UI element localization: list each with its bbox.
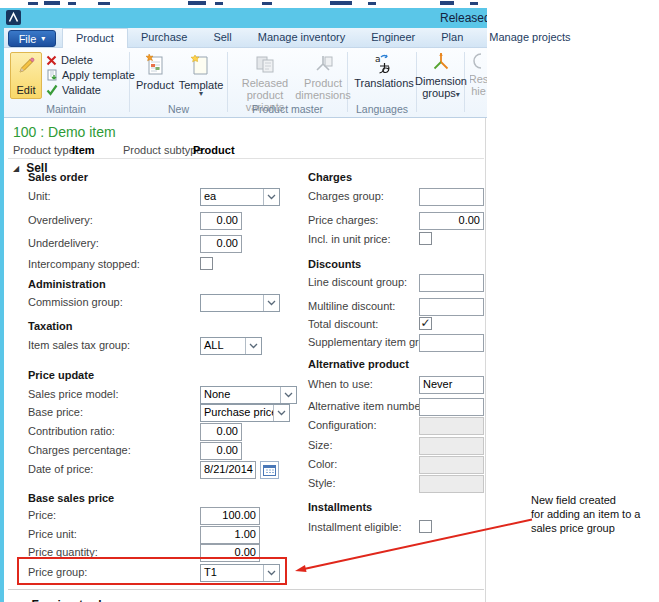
unit-value: ea [201,189,263,205]
translations-button[interactable]: a Translations [356,53,412,89]
tab-purchase[interactable]: Purchase [128,28,200,48]
installment-eligible-checkbox[interactable] [419,520,432,533]
group-label-new: New [130,103,227,116]
charges-percentage-field[interactable]: 0.00 [200,442,242,460]
configuration-label: Configuration: [308,419,377,431]
pencil-icon [16,56,36,76]
price-charges-field[interactable]: 0.00 [419,212,484,230]
commission-group-label: Commission group: [28,296,123,308]
commission-group-combobox[interactable] [200,294,280,312]
calendar-icon [263,464,276,476]
check-icon: ✓ [420,316,430,330]
new-product-button[interactable]: Product [134,53,176,91]
when-to-use-label: When to use: [308,378,373,390]
new-product-button-label: Product [136,79,174,91]
sales-price-model-combobox[interactable]: None [200,386,297,404]
apply-template-button-label: Apply template [62,69,135,81]
chevron-down-icon: ▾ [456,90,460,99]
product-type-value: Item [72,144,95,156]
item-sales-tax-group-combobox[interactable]: ALL [200,337,262,355]
date-picker-button[interactable] [260,461,279,479]
group-header-discounts: Discounts [308,258,361,270]
contribution-ratio-label: Contribution ratio: [28,425,115,437]
delete-button-label: Delete [61,54,93,66]
validate-check-icon [46,84,58,96]
product-dimensions-icon [312,53,334,75]
intercompany-stopped-checkbox[interactable] [200,257,213,270]
tab-product[interactable]: Product [62,28,128,48]
released-product-variants-icon [254,53,276,75]
content-right-border [485,118,486,602]
edit-button[interactable]: Edit [10,52,42,99]
price-unit-field[interactable]: 1.00 [200,526,260,544]
sales-price-model-value: None [201,387,280,403]
dimension-groups-button[interactable]: Dimensiongroups▾ [418,51,464,99]
charges-percentage-label: Charges percentage: [28,444,131,456]
clipped-ribbon-icon [471,51,487,71]
clipped-section-title: Foreign trade [32,598,109,602]
app-icon [6,10,21,25]
group-header-charges: Charges [308,171,352,183]
validate-button[interactable]: Validate [46,83,101,97]
price-label: Price: [28,509,56,521]
supplementary-item-group-field[interactable] [419,334,484,352]
contribution-ratio-field[interactable]: 0.00 [200,423,242,441]
clipped-next-section: ◢ Foreign trade [14,595,214,602]
unit-combobox[interactable]: ea [200,188,280,206]
chevron-down-icon[interactable] [280,387,296,403]
charges-group-field[interactable] [419,188,484,206]
size-label: Size: [308,439,332,451]
incl-in-unit-price-label: Incl. in unit price: [308,233,391,245]
clipped-ribbon-label-2: hie [471,85,486,97]
base-price-combobox[interactable]: Purchase price [200,404,290,422]
multiline-discount-field[interactable] [419,298,484,316]
when-to-use-field[interactable]: Never [419,376,484,394]
product-dimensions-label-1: Product [304,77,342,89]
size-field [419,437,484,455]
style-label: Style: [308,477,336,489]
product-dimensions-button: Productdimensions [300,53,346,101]
tab-sell[interactable]: Sell [200,28,244,48]
dimension-groups-label-2: groups [422,87,456,99]
tab-manage-projects[interactable]: Manage projects [476,28,583,48]
product-subtype-value: Product [193,144,235,156]
product-type-label: Product type: [13,144,78,156]
group-label-product-master: Product master [228,103,347,116]
multiline-discount-label: Multiline discount: [308,300,395,312]
apply-template-button[interactable]: Apply template [46,68,135,82]
delete-button[interactable]: Delete [46,53,93,67]
released-product-variants-label-1: Released product [242,77,288,101]
tab-engineer[interactable]: Engineer [358,28,428,48]
tab-manage-inventory[interactable]: Manage inventory [245,28,358,48]
group-header-base-sales-price: Base sales price [28,492,114,504]
template-new-icon [189,53,213,77]
chevron-down-icon: ▾ [199,91,203,97]
clipped-ribbon-label-1: Res [470,73,487,85]
tab-plan[interactable]: Plan [428,28,476,48]
dimension-groups-icon [430,51,452,73]
chevron-down-icon[interactable] [263,295,279,311]
underdelivery-field[interactable]: 0.00 [200,235,242,253]
svg-text:a: a [375,54,381,64]
installment-eligible-label: Installment eligible: [308,521,402,533]
item-sales-tax-group-value: ALL [201,338,245,354]
file-menu-button[interactable]: File ▾ [8,30,56,47]
overdelivery-field[interactable]: 0.00 [200,212,242,230]
alternative-item-number-field[interactable] [419,398,484,416]
total-discount-checkbox[interactable]: ✓ [419,317,432,330]
price-unit-label: Price unit: [28,528,77,540]
incl-in-unit-price-checkbox[interactable] [419,232,432,245]
new-template-button[interactable]: Template ▾ [178,53,224,97]
line-discount-group-field[interactable] [419,274,484,292]
style-field [419,475,484,493]
total-discount-label: Total discount: [308,318,378,330]
intercompany-stopped-label: Intercompany stopped: [28,258,140,270]
overdelivery-label: Overdelivery: [28,214,93,226]
item-sales-tax-group-label: Item sales tax group: [28,339,130,351]
chevron-down-icon[interactable] [273,405,289,421]
chevron-down-icon[interactable] [263,189,279,205]
date-of-price-field[interactable]: 8/21/2014 [200,461,256,479]
group-header-alternative-product: Alternative product [308,358,409,370]
price-field[interactable]: 100.00 [200,507,260,525]
chevron-down-icon[interactable] [245,338,261,354]
